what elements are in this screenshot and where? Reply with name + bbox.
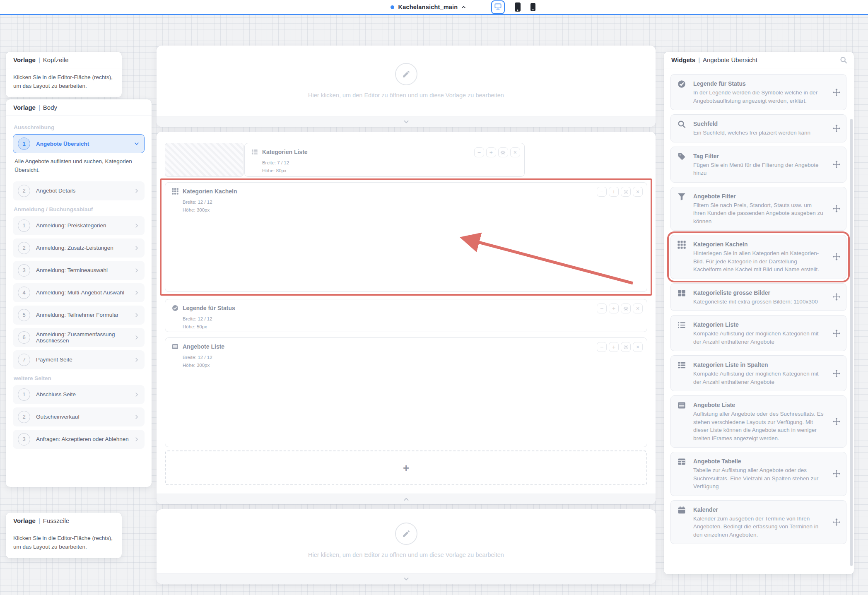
chevron-right-icon — [134, 245, 140, 251]
move-icon[interactable] — [833, 370, 840, 377]
widget-card-legende-fuer-status[interactable]: Legende für Status In der Legende werden… — [670, 74, 846, 110]
pencil-icon[interactable] — [395, 63, 417, 85]
gear-icon — [500, 150, 506, 155]
mobile-preview-button[interactable] — [530, 3, 535, 11]
plus-button[interactable]: + — [486, 147, 496, 157]
add-widget-dropzone[interactable]: + — [165, 450, 647, 485]
widget-card-kategorien-kacheln[interactable]: Kategorien Kacheln Hinterlegen Sie in al… — [670, 235, 846, 279]
pencil-icon[interactable] — [395, 523, 417, 545]
nav-section-label: Ausschreibung — [14, 124, 144, 130]
move-icon[interactable] — [833, 125, 840, 132]
body-collapse-strip[interactable] — [157, 494, 656, 504]
minus-icon: − — [600, 189, 603, 195]
plus-button[interactable]: + — [609, 342, 619, 352]
sidebar-item-gutscheinverkauf[interactable]: 2 Gutscheinverkauf — [13, 407, 145, 426]
sidebar-item-anmeldung-zusatz-leistungen[interactable]: 2 Anmeldung: Zusatz-Leistungen — [13, 238, 145, 258]
widget-card-kategorieliste-grosse-bilder[interactable]: Kategorieliste grosse Bilder Kategorieli… — [670, 283, 846, 311]
sidebar-item-label: Anmeldung: Termineauswahl — [36, 267, 108, 273]
plus-button[interactable]: + — [609, 304, 619, 313]
tablet-icon — [515, 2, 521, 12]
widget-card-kalender[interactable]: Kalender Kalender zum ausgeben der Termi… — [670, 500, 846, 544]
template-selector[interactable]: Kachelansicht_main — [398, 4, 458, 10]
widget-card-angebote-tabelle[interactable]: Angebote Tabelle Tabelle zur Auflistung … — [670, 452, 846, 496]
footer-collapse-strip[interactable] — [157, 573, 656, 584]
chevron-right-icon — [134, 267, 140, 273]
widget-card-tag-filter[interactable]: Tag Filter Fügen Sie ein Menü für die Fi… — [670, 147, 846, 183]
move-icon[interactable] — [833, 470, 840, 477]
widget-card-kategorien-liste[interactable]: Kategorien Liste Kompakte Auflistung der… — [670, 315, 846, 351]
gear-button[interactable] — [621, 187, 631, 197]
chevron-right-icon — [134, 188, 140, 194]
plus-icon: + — [612, 306, 615, 311]
check-circle-icon — [172, 305, 178, 311]
widget-card-title: Kategorien Liste in Spalten — [693, 361, 825, 369]
move-icon[interactable] — [833, 89, 840, 96]
minus-button[interactable]: − — [597, 187, 607, 197]
close-button[interactable]: × — [633, 342, 643, 352]
sidebar-item-label: Payment Seite — [36, 357, 72, 363]
sidebar-item-anmeldung-multi-angebot-auswahl[interactable]: 4 Anmeldung: Multi-Angebot Auswahl — [13, 283, 145, 302]
sidebar-item-anmeldung-preiskategorien[interactable]: 1 Anmeldung: Preiskategorien — [13, 216, 145, 235]
move-icon[interactable] — [833, 418, 840, 425]
minus-button[interactable]: − — [597, 342, 607, 352]
canvas-widget-title: Kategorien Liste — [262, 149, 308, 155]
gear-icon — [623, 306, 629, 311]
close-button[interactable]: × — [510, 147, 520, 157]
chevron-up-icon[interactable] — [461, 5, 466, 10]
sidebar-item-anfragen-akzeptieren-oder-ablehnen[interactable]: 3 Anfragen: Akzeptieren oder Ablehnen — [13, 430, 145, 449]
widget-card-description: Filtern Sie nach Preis, Standort, Stauts… — [693, 201, 825, 226]
canvas-widget-kategorien-liste[interactable]: Kategorien Liste Breite: 7 / 12Höhe: 80p… — [244, 143, 525, 177]
canvas-widget-meta: Breite: 12 / 12Höhe: 300px — [183, 198, 640, 214]
chevron-right-icon — [134, 392, 140, 397]
plus-icon: + — [612, 189, 615, 195]
sidebar-item-anmeldung-termineauswahl[interactable]: 3 Anmeldung: Termineauswahl — [13, 261, 145, 280]
table-icon — [678, 458, 687, 467]
move-icon[interactable] — [833, 293, 840, 301]
close-button[interactable]: × — [633, 187, 643, 197]
sidebar-item-abschluss-seite[interactable]: 1 Abschluss Seite — [13, 385, 145, 404]
tag-icon — [678, 152, 687, 161]
grid-2x2-icon — [678, 289, 687, 298]
sidebar-item-angebote-uebersicht[interactable]: 1 Angebote Übersicht — [13, 134, 145, 153]
gear-button[interactable] — [621, 304, 631, 313]
minus-button[interactable]: − — [597, 304, 607, 313]
gear-button[interactable] — [621, 342, 631, 352]
canvas-widget-kategorien-kacheln[interactable]: Kategorien Kacheln Breite: 12 / 12Höhe: … — [165, 182, 647, 292]
sidebar-item-payment-seite[interactable]: 7 Payment Seite — [13, 350, 145, 369]
gear-button[interactable] — [498, 147, 508, 157]
move-icon[interactable] — [833, 330, 840, 337]
red-highlight-box: Kategorien Kacheln Breite: 12 / 12Höhe: … — [160, 178, 652, 296]
widget-card-kategorien-liste-in-spalten[interactable]: Kategorien Liste in Spalten Kompakte Auf… — [670, 355, 846, 391]
widget-card-description: Kategorieliste mit extra grossen Bildern… — [693, 298, 818, 306]
move-icon[interactable] — [833, 518, 840, 526]
sidebar-item-anmeldung-teilnehmer-formular[interactable]: 5 Anmeldung: Teilnehmer Formular — [13, 306, 145, 325]
widget-card-description: Kompakte Auflistung der möglichen Katego… — [693, 330, 825, 346]
canvas-widget-legende-fuer-status[interactable]: Legende für Status Breite: 12 / 12Höhe: … — [165, 299, 647, 332]
canvas-widget-angebote-liste[interactable]: Angebote Liste Breite: 12 / 12Höhe: 300p… — [165, 337, 647, 447]
nav-section-label: Anmeldung / Buchungsablauf — [14, 206, 144, 212]
widget-card-angebote-liste[interactable]: Angebote Liste Auflistung aller Angebote… — [670, 395, 846, 448]
move-icon[interactable] — [833, 205, 840, 212]
chevron-right-icon — [134, 436, 140, 442]
canvas-widget-title: Kategorien Kacheln — [183, 188, 237, 195]
plus-button[interactable]: + — [609, 187, 619, 197]
desktop-preview-button[interactable] — [491, 0, 505, 14]
move-icon[interactable] — [833, 161, 840, 168]
widget-card-title: Kalender — [693, 506, 825, 514]
mobile-icon — [530, 3, 535, 11]
widget-card-angebote-filter[interactable]: Angebote Filter Filtern Sie nach Preis, … — [670, 187, 846, 231]
sidebar-item-anmeldung-zusammenfassung-abschliessen[interactable]: 6 Anmeldung: Zusammenfassung Abschliesse… — [13, 328, 145, 347]
body-editor-canvas[interactable]: Kategorien Liste Breite: 7 / 12Höhe: 80p… — [157, 132, 656, 504]
move-icon[interactable] — [833, 253, 840, 260]
step-number-badge: 7 — [18, 354, 30, 366]
header-editor-canvas[interactable]: Hier klicken, um den Editor zu öffnen un… — [157, 46, 656, 127]
header-collapse-strip[interactable] — [157, 116, 656, 127]
tablet-preview-button[interactable] — [515, 2, 521, 12]
widget-card-suchfeld[interactable]: Suchfeld Ein Suchfeld, welches frei plaz… — [670, 114, 846, 142]
widgets-panel-scrollbar[interactable] — [850, 119, 853, 566]
search-icon[interactable] — [840, 56, 847, 64]
minus-button[interactable]: − — [474, 147, 484, 157]
close-button[interactable]: × — [633, 304, 643, 313]
sidebar-item-angebot-details[interactable]: 2 Angebot Details — [13, 181, 145, 200]
footer-editor-canvas[interactable]: Hier klicken, um den Editor zu öffnen un… — [157, 509, 656, 584]
